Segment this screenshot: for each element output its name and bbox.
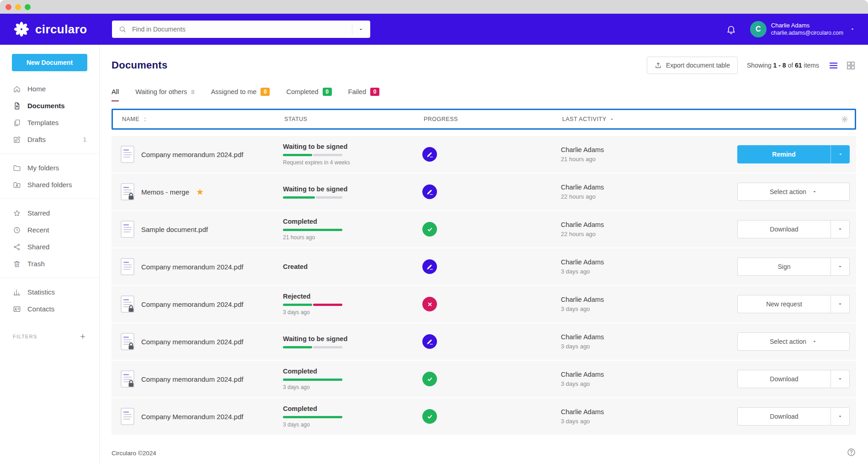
progress-segment [283, 229, 342, 231]
action-dropdown-caret-button[interactable] [831, 145, 850, 163]
status-progress-bar [283, 379, 342, 381]
tab-waiting-for-others[interactable]: Waiting for others8 [135, 88, 194, 101]
document-name[interactable]: Company memorandum 2024.pdf [141, 300, 243, 308]
column-label: LAST ACTIVITY [562, 116, 736, 122]
progress-cell [422, 184, 561, 199]
select-action-button[interactable]: Select action [737, 183, 850, 201]
search-options-caret[interactable] [352, 24, 364, 34]
shared-folder-icon [13, 181, 21, 189]
action-dropdown-caret-button[interactable] [831, 370, 850, 388]
status-note: 3 days ago [283, 421, 422, 428]
document-name[interactable]: Memos - merge [141, 188, 189, 196]
document-name[interactable]: Company memorandum 2024.pdf [141, 151, 243, 158]
close-window-button[interactable] [5, 4, 11, 10]
sidebar: New Document HomeDocumentsTemplatesDraft… [0, 45, 100, 463]
tab-label: Waiting for others [135, 88, 187, 95]
last-activity-cell: Charlie Adams3 days ago [561, 296, 737, 312]
action-cell: Download [737, 407, 850, 426]
user-email: charlie.adams@circularo.com [771, 30, 843, 37]
tab-completed[interactable]: Completed0 [286, 88, 331, 101]
sort-desc-caret-icon[interactable] [609, 117, 614, 122]
progress-segment [283, 416, 342, 418]
export-icon [655, 62, 662, 69]
activity-user: Charlie Adams [561, 408, 737, 416]
list-view-icon[interactable] [828, 60, 839, 71]
add-filter-button[interactable] [79, 333, 86, 340]
table-row[interactable]: Company memorandum 2024.pdfWaiting to be… [112, 323, 856, 360]
sidebar-item-statistics[interactable]: Statistics [0, 284, 99, 300]
help-button[interactable] [847, 447, 856, 458]
export-document-table-button[interactable]: Export document table [647, 57, 738, 74]
document-name[interactable]: Company memorandum 2024.pdf [141, 263, 243, 271]
activity-user: Charlie Adams [561, 221, 737, 228]
signature-badge [422, 334, 437, 349]
table-row[interactable]: Company memorandum 2024.pdfCreatedCharli… [112, 248, 856, 285]
rejected-badge [422, 297, 437, 311]
document-name[interactable]: Sample document.pdf [141, 226, 208, 233]
action-dropdown-caret-button[interactable] [831, 407, 850, 426]
sidebar-item-templates[interactable]: Templates [0, 114, 99, 131]
sidebar-item-documents[interactable]: Documents [0, 97, 99, 114]
column-header-name[interactable]: NAME [113, 116, 284, 122]
zoom-window-button[interactable] [25, 4, 31, 10]
new-document-button[interactable]: New Document [12, 54, 87, 71]
sidebar-item-label: Statistics [27, 288, 55, 296]
notifications-bell-icon[interactable] [726, 24, 736, 35]
column-header-last-activity[interactable]: LAST ACTIVITY [562, 116, 736, 122]
sidebar-item-my-folders[interactable]: My folders [0, 159, 99, 176]
column-header-status[interactable]: STATUS [284, 116, 424, 122]
last-activity-cell: Charlie Adams3 days ago [561, 333, 737, 350]
minimize-window-button[interactable] [15, 4, 21, 10]
tab-failed[interactable]: Failed0 [348, 88, 380, 101]
action-dropdown-caret-button[interactable] [831, 220, 850, 238]
status-label: Rejected [283, 293, 422, 300]
sidebar-item-recent[interactable]: Recent [0, 221, 99, 238]
table-row[interactable]: Memos - merge★Waiting to be signedCharli… [112, 174, 856, 210]
user-menu-caret-icon [850, 26, 855, 32]
download-button[interactable]: Download [737, 220, 831, 238]
action-dropdown-caret-button[interactable] [831, 258, 850, 276]
column-header-progress[interactable]: PROGRESS [424, 116, 562, 122]
select-action-button[interactable]: Select action [737, 332, 850, 351]
sidebar-item-shared-folders[interactable]: Shared folders [0, 176, 99, 193]
download-button[interactable]: Download [737, 407, 831, 426]
contacts-icon [13, 305, 21, 313]
sign-button[interactable]: Sign [737, 258, 831, 276]
sidebar-item-shared[interactable]: Shared [0, 238, 99, 255]
star-icon[interactable]: ★ [196, 188, 204, 196]
table-row[interactable]: Sample document.pdfCompleted21 hours ago… [112, 211, 856, 247]
activity-user: Charlie Adams [561, 296, 737, 303]
sidebar-item-contacts[interactable]: Contacts [0, 300, 99, 317]
user-menu[interactable]: C Charlie Adams charlie.adams@circularo.… [750, 21, 855, 37]
document-name[interactable]: Company memorandum 2024.pdf [141, 338, 243, 346]
sidebar-item-drafts[interactable]: Drafts1 [0, 131, 99, 148]
chevron-down-icon [837, 301, 843, 307]
document-name[interactable]: Company Memorandum 2024.pdf [141, 413, 243, 421]
sidebar-item-starred[interactable]: Starred [0, 205, 99, 221]
sidebar-item-trash[interactable]: Trash [0, 255, 99, 272]
tab-all[interactable]: All [112, 88, 119, 101]
action-dropdown-caret-button[interactable] [831, 295, 850, 313]
status-label: Completed [283, 405, 422, 412]
circularo-logo[interactable]: circularo [13, 21, 107, 38]
table-row[interactable]: Company memorandum 2024.pdfWaiting to be… [112, 136, 856, 173]
table-row[interactable]: Company memorandum 2024.pdfRejected3 day… [112, 286, 856, 322]
table-settings-gear-icon[interactable] [841, 116, 848, 123]
document-name[interactable]: Company memorandum 2024.pdf [141, 375, 243, 383]
logo-text: circularo [35, 22, 87, 37]
grid-view-icon[interactable] [846, 60, 856, 71]
chevron-down-icon [812, 339, 817, 344]
new-request-button[interactable]: New request [737, 295, 831, 313]
status-cell: Waiting to be signed [283, 185, 422, 199]
remind-button[interactable]: Remind [737, 145, 831, 163]
status-cell: Completed3 days ago [283, 405, 422, 428]
name-cell: Company Memorandum 2024.pdf [112, 408, 283, 425]
tab-assigned-to-me[interactable]: Assigned to me0 [211, 88, 270, 101]
sidebar-item-home[interactable]: Home [0, 80, 99, 97]
sort-icon[interactable] [142, 116, 148, 122]
download-button[interactable]: Download [737, 370, 831, 388]
table-row[interactable]: Company Memorandum 2024.pdfCompleted3 da… [112, 398, 856, 435]
search-input[interactable] [131, 25, 352, 33]
last-activity-cell: Charlie Adams22 hours ago [561, 221, 737, 237]
table-row[interactable]: Company memorandum 2024.pdfCompleted3 da… [112, 361, 856, 397]
